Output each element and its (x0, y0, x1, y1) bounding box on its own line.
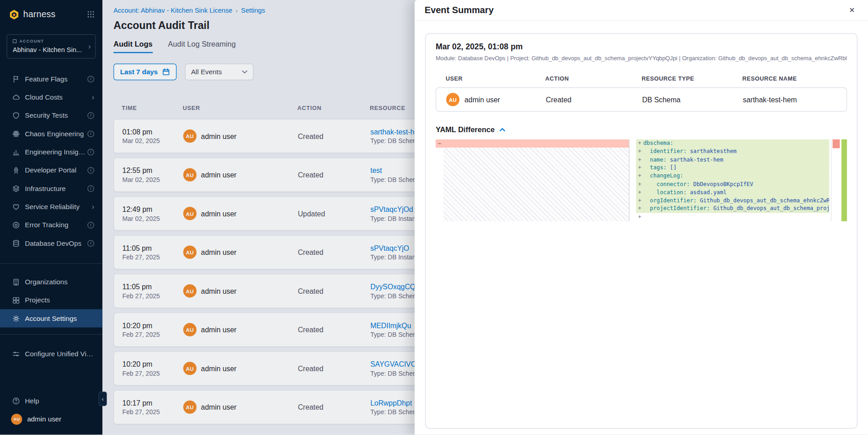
app-viewport: harness ACCOUNT Abhinav - Kitchen Sin...… (0, 0, 868, 435)
yaml-added-line: +dbschema: (636, 139, 829, 148)
plus-marker: + (636, 139, 643, 148)
yaml-added-line: + orgIdentifier: Github_db_devops_aut_db… (636, 196, 829, 205)
empty-lines-hatch (444, 148, 629, 221)
yaml-added-line: + connector: DbDevopsoBKpcpIfEV (636, 180, 829, 188)
yaml-diff-new-pane: +dbschema:+ identifier: sarthaktesthem+ … (636, 139, 847, 221)
event-resource-name: sarthak-test-hem (743, 96, 837, 104)
event-column-header-action: ACTION (545, 75, 642, 82)
yaml-difference-toggle[interactable]: YAML Difference (436, 125, 847, 134)
diff-gutter (629, 139, 636, 221)
event-resource-type: DB Schema (642, 96, 743, 104)
event-action: Created (546, 96, 642, 104)
plus-marker: + (636, 188, 643, 196)
event-table-header: USERACTIONRESOURCE TYPERESOURCE NAME (436, 75, 847, 82)
yaml-diff-viewer: − +dbschema:+ identifier: sarthaktesthem… (436, 139, 847, 221)
plus-marker: + (636, 196, 643, 205)
user-name: admin user (464, 96, 500, 104)
plus-marker: + (636, 205, 643, 213)
drawer-backdrop[interactable] (0, 0, 415, 435)
yaml-added-line: + name: sarthak-test-hem (636, 156, 829, 164)
plus-marker: + (636, 156, 643, 164)
event-meta: Module: Database DevOps | Project: Githu… (436, 55, 847, 62)
yaml-added-line: + projectIdentifier: Github_db_devops_au… (636, 205, 829, 213)
yaml-diff-old-pane: − (436, 139, 630, 221)
user-avatar: AU (446, 93, 459, 106)
chevron-up-icon (499, 128, 505, 132)
plus-marker: + (636, 148, 643, 156)
diff-minimap-added-marker[interactable] (841, 139, 847, 221)
plus-marker: + (636, 213, 643, 221)
minus-marker: − (436, 140, 444, 146)
yaml-diff-tail-line: + (636, 213, 829, 221)
event-timestamp: Mar 02, 2025, 01:08 pm (436, 42, 847, 51)
yaml-added-line: + changeLog: (636, 172, 829, 180)
close-icon[interactable]: ✕ (845, 3, 859, 18)
drawer-header: Event Summary ✕ (415, 0, 868, 21)
plus-marker: + (636, 180, 643, 188)
diff-scrollbar-track (831, 139, 831, 221)
yaml-added-line: + tags: [] (636, 164, 829, 172)
plus-marker: + (636, 172, 643, 180)
diff-minimap-removed-marker[interactable] (833, 139, 840, 148)
plus-marker: + (636, 164, 643, 172)
event-card: Mar 02, 2025, 01:08 pm Module: Database … (425, 33, 857, 429)
event-column-header-resource-name: RESOURCE NAME (743, 75, 837, 82)
yaml-difference-label: YAML Difference (436, 125, 495, 134)
event-column-header-resource-type: RESOURCE TYPE (641, 75, 742, 82)
event-user-cell: AU admin user (446, 93, 546, 106)
yaml-removed-line: − (436, 139, 629, 148)
event-table-row: AU admin user Created DB Schema sarthak-… (436, 87, 847, 112)
event-column-header-user: USER (446, 75, 545, 82)
drawer-title: Event Summary (424, 5, 493, 15)
event-summary-drawer: Event Summary ✕ Mar 02, 2025, 01:08 pm M… (415, 0, 868, 435)
yaml-added-line: + identifier: sarthaktesthem (636, 148, 829, 156)
yaml-added-line: + location: asdsad.yaml (636, 188, 829, 196)
